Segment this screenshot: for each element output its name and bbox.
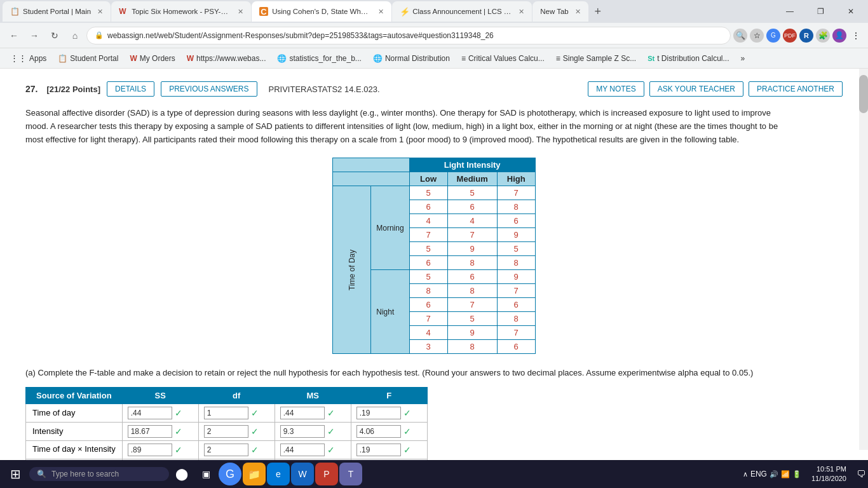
- night-label: Night: [376, 308, 394, 316]
- bookmark-student-portal[interactable]: 📋 Student Portal: [53, 53, 123, 64]
- ask-teacher-button[interactable]: ASK YOUR TEACHER: [649, 81, 743, 97]
- volume-icon[interactable]: 🔊: [770, 470, 778, 478]
- close-button[interactable]: ✕: [836, 0, 865, 23]
- vertical-scrollbar[interactable]: [859, 69, 868, 450]
- bookmark-tdist[interactable]: St t Distribution Calcul...: [642, 53, 734, 64]
- taskbar-word[interactable]: W: [291, 463, 314, 485]
- minimize-button[interactable]: —: [775, 0, 804, 23]
- col-ss: SS: [122, 387, 198, 403]
- tab-close-5[interactable]: ✕: [575, 8, 581, 16]
- taskbar-task-view[interactable]: ▣: [194, 463, 217, 485]
- df-int-input[interactable]: [204, 425, 248, 438]
- taskbar-search[interactable]: 🔍 Type here to search: [29, 467, 169, 481]
- star-icon[interactable]: ☆: [750, 29, 764, 43]
- tab-close-2[interactable]: ✕: [238, 8, 243, 16]
- bookmark-critical[interactable]: ≡ Critical Values Calcu...: [456, 53, 550, 64]
- f-inter-group: ✓: [356, 444, 422, 456]
- taskbar-cortana[interactable]: ⬤: [170, 463, 193, 485]
- r-icon[interactable]: R: [799, 29, 813, 43]
- home-button[interactable]: ⌂: [66, 27, 84, 44]
- practice-another-button[interactable]: PRACTICE ANOTHER: [749, 81, 843, 97]
- refresh-button[interactable]: ↻: [46, 27, 64, 44]
- start-button[interactable]: ⊞: [3, 461, 28, 487]
- f-inter-input[interactable]: [356, 444, 401, 456]
- ss-tod-check: ✓: [175, 408, 182, 418]
- f-tod-input[interactable]: [356, 407, 401, 419]
- ss-inter-input[interactable]: [128, 444, 172, 456]
- network-icon[interactable]: 📶: [781, 470, 790, 478]
- tab-close-3[interactable]: ✕: [378, 8, 384, 16]
- apps-grid-icon: ⋮⋮: [10, 53, 27, 63]
- df-inter-input[interactable]: [204, 444, 248, 456]
- ss-tod-input[interactable]: [128, 407, 172, 419]
- ss-int-input[interactable]: [128, 425, 172, 438]
- taskbar-edge[interactable]: e: [267, 463, 290, 485]
- data-cell: 8: [497, 312, 535, 326]
- details-button[interactable]: DETAILS: [107, 81, 154, 97]
- tab-homework[interactable]: W Topic Six Homework - PSY-38C ✕: [111, 1, 251, 22]
- time-of-day-label: Time of Day: [348, 250, 356, 290]
- taskbar-pdf[interactable]: P: [315, 463, 338, 485]
- ms-inter-input[interactable]: [280, 444, 325, 456]
- ms-int-input[interactable]: [280, 425, 325, 438]
- f-inter-check: ✓: [403, 445, 411, 455]
- pdf-icon[interactable]: PDF: [783, 29, 797, 43]
- taskbar-teams[interactable]: T: [339, 463, 362, 485]
- ftable-instruction: (a) Complete the F-table and make a deci…: [25, 367, 843, 379]
- data-cell: 9: [447, 242, 497, 256]
- bookmark-stats[interactable]: 🌐 statistics_for_the_b...: [272, 53, 366, 64]
- bookmark-apps[interactable]: ⋮⋮ Apps: [5, 52, 51, 64]
- ms-tod-cell: ✓: [275, 403, 351, 422]
- bookmark-normal[interactable]: 🌐 Normal Distribution: [368, 53, 455, 64]
- new-tab-button[interactable]: +: [589, 3, 607, 20]
- restore-button[interactable]: ❐: [806, 0, 835, 23]
- bookmark-zscore[interactable]: ≡ Single Sample Z Sc...: [551, 53, 641, 64]
- ss-int-cell: ✓: [122, 422, 198, 440]
- bookmark-my-orders[interactable]: W My Orders: [125, 53, 180, 64]
- scrollbar-thumb[interactable]: [859, 75, 868, 113]
- search-ext-icon[interactable]: 🔍: [733, 29, 747, 43]
- puzzle-icon[interactable]: 🧩: [816, 29, 830, 43]
- chrome-icon[interactable]: G: [766, 29, 780, 43]
- f-int-input[interactable]: [356, 425, 401, 438]
- data-cell: 7: [447, 228, 497, 242]
- url-box[interactable]: 🔒 webassign.net/web/Student/Assignment-R…: [86, 27, 731, 44]
- ms-tod-input[interactable]: [280, 407, 325, 419]
- bookmark-webas[interactable]: W https://www.webas...: [182, 53, 271, 64]
- taskbar-clock[interactable]: 10:51 PM 11/18/2020: [806, 464, 851, 484]
- page-content: 27. [21/22 Points] DETAILS PREVIOUS ANSW…: [0, 69, 868, 488]
- data-cell: 4: [409, 326, 447, 340]
- tab-close-1[interactable]: ✕: [97, 8, 103, 16]
- data-cell: 4: [409, 214, 447, 228]
- tab-student-portal[interactable]: 📋 Student Portal | Main ✕: [3, 1, 111, 22]
- bookmark-more[interactable]: »: [736, 53, 750, 64]
- tab-cohen[interactable]: C Using Cohen's D, State Wheth... ✕: [252, 1, 391, 22]
- search-icon: 🔍: [37, 470, 46, 478]
- battery-icon[interactable]: 🔋: [792, 470, 801, 478]
- lang-icon[interactable]: ENG: [750, 470, 767, 478]
- tab-class[interactable]: ⚡ Class Announcement | LCS Le... ✕: [392, 1, 532, 22]
- data-cell: 4: [447, 214, 497, 228]
- tab-label-5: New Tab: [540, 8, 569, 15]
- forward-button[interactable]: →: [25, 27, 43, 44]
- tab-newtab[interactable]: New Tab ✕: [532, 1, 588, 22]
- my-notes-button[interactable]: MY NOTES: [588, 81, 644, 97]
- df-tod-input[interactable]: [204, 407, 248, 419]
- back-button[interactable]: ←: [5, 27, 23, 44]
- df-inter-group: ✓: [204, 444, 269, 456]
- notification-icon[interactable]: 🗨: [857, 469, 865, 479]
- f-int-check: ✓: [403, 426, 411, 437]
- morning-label: Morning: [376, 224, 403, 233]
- tab-label-2: Topic Six Homework - PSY-38C: [132, 8, 231, 15]
- data-cell: 8: [447, 256, 497, 270]
- tab-close-4[interactable]: ✕: [519, 8, 524, 16]
- menu-icon[interactable]: ⋮: [849, 29, 863, 43]
- previous-answers-button[interactable]: PREVIOUS ANSWERS: [161, 81, 257, 97]
- taskbar-explorer[interactable]: 📁: [243, 463, 266, 485]
- data-cell: 6: [409, 256, 447, 270]
- avatar-icon[interactable]: 👤: [832, 29, 846, 43]
- f-int-cell: ✓: [351, 422, 427, 440]
- up-arrow-icon[interactable]: ∧: [743, 470, 748, 478]
- taskbar-chrome[interactable]: G: [219, 463, 241, 485]
- browser-window: 📋 Student Portal | Main ✕ W Topic Six Ho…: [0, 0, 868, 69]
